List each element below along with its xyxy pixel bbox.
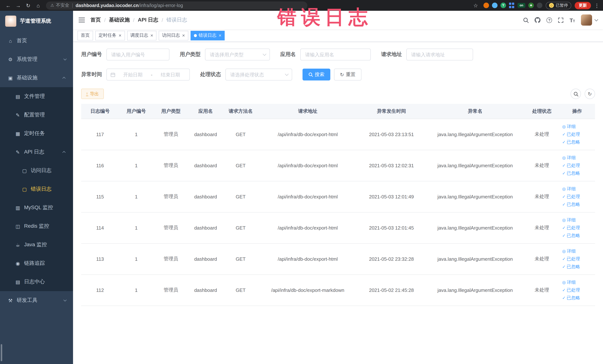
ext-on-badge-icon[interactable]: on xyxy=(518,3,525,8)
back-button[interactable]: ← xyxy=(4,1,13,10)
user-avatar[interactable] xyxy=(581,14,592,26)
breadcrumb-item[interactable]: API 日志 xyxy=(138,17,158,23)
tab-close-icon[interactable]: × xyxy=(150,33,153,38)
cell-status: 未处理 xyxy=(525,181,559,212)
action-mark-ignored[interactable]: ✓已忽略 xyxy=(562,294,593,302)
export-button[interactable]: ↑ 导出 xyxy=(81,89,104,99)
cell-id: 112 xyxy=(81,274,119,305)
fullscreen-icon[interactable] xyxy=(558,17,564,23)
action-mark-processed[interactable]: ✓已处理 xyxy=(562,255,593,263)
user-type-select[interactable] xyxy=(205,48,270,60)
sidebar-item-infrastructure[interactable]: ▣基础设施 xyxy=(0,69,73,87)
chevron-up-icon xyxy=(62,151,66,154)
sidebar-item-config-management[interactable]: ✎配置管理 xyxy=(0,106,73,124)
sidebar-item-java-monitor[interactable]: ☕Java 监控 xyxy=(0,235,73,254)
action-label: 已处理 xyxy=(567,286,580,294)
action-mark-processed[interactable]: ✓已处理 xyxy=(562,224,593,232)
ext-dark-pin-icon[interactable] xyxy=(537,3,542,8)
sidebar-item-access-log[interactable]: ▢访问日志 xyxy=(0,161,73,180)
table-tools: ↻ xyxy=(570,89,595,99)
ext-blue-grid-icon[interactable] xyxy=(509,3,515,8)
user-type-select-field[interactable] xyxy=(209,51,261,58)
action-mark-processed[interactable]: ✓已处理 xyxy=(562,193,593,200)
sidebar-item-api-logs[interactable]: ✎API 日志 xyxy=(0,143,73,161)
sidebar-item-home[interactable]: ⌂首页 xyxy=(0,32,73,50)
request-url-field[interactable] xyxy=(410,51,469,58)
action-mark-ignored[interactable]: ✓已忽略 xyxy=(562,138,593,146)
bookmark-star-icon[interactable]: ☆ xyxy=(471,1,480,10)
breadcrumb-item[interactable]: 基础设施 xyxy=(109,17,130,23)
chevron-up-icon xyxy=(62,77,66,80)
tab-home[interactable]: 首页 xyxy=(78,31,93,40)
refresh-icon: ↻ xyxy=(588,91,592,96)
refresh-table-button[interactable]: ↻ xyxy=(585,89,595,99)
action-detail[interactable]: ◎详细 xyxy=(562,154,593,162)
action-mark-ignored[interactable]: ✓已忽略 xyxy=(562,169,593,177)
sidebar-item-log-center[interactable]: ▤日志中心 xyxy=(0,273,73,291)
security-label[interactable]: 不安全 xyxy=(56,2,69,9)
action-mark-ignored[interactable]: ✓已忽略 xyxy=(562,200,593,208)
update-button[interactable]: 更新 xyxy=(575,2,591,9)
ext-green-y-icon[interactable]: Y xyxy=(500,3,506,8)
sidebar-item-redis-monitor[interactable]: ◫Redis 监控 xyxy=(0,217,73,235)
address-bar[interactable]: ⚠ 不安全 dashboard.yudao.iocoder.cn/infra/l… xyxy=(46,1,307,10)
exception-time-range-picker[interactable]: - xyxy=(106,69,190,81)
sidebar-item-mysql-monitor[interactable]: ▥MySQL 监控 xyxy=(0,199,73,217)
action-mark-processed[interactable]: ✓已处理 xyxy=(562,162,593,169)
tab-scheduled-tasks[interactable]: 定时任务× xyxy=(95,31,125,40)
reload-button[interactable]: ↻ xyxy=(24,1,33,10)
filter-process-status-label: 处理状态 xyxy=(200,71,221,78)
tab-close-icon[interactable]: × xyxy=(219,33,221,38)
action-mark-processed[interactable]: ✓已处理 xyxy=(562,130,593,138)
font-size-icon[interactable]: TT xyxy=(570,17,575,23)
process-status-select[interactable] xyxy=(225,69,292,81)
ext-blue-drop-icon[interactable] xyxy=(492,3,498,8)
app-name-field[interactable] xyxy=(304,51,367,58)
search-icon[interactable] xyxy=(523,17,529,23)
sidebar-item-error-log[interactable]: ▢错误日志 xyxy=(0,180,73,199)
action-detail[interactable]: ◎详细 xyxy=(562,185,593,193)
browser-menu-icon[interactable]: ⋮ xyxy=(594,2,600,8)
avatar-dropdown-icon[interactable] xyxy=(594,17,598,21)
toggle-search-button[interactable] xyxy=(570,89,581,99)
column-header: 应用名 xyxy=(188,104,223,119)
action-detail[interactable]: ◎详细 xyxy=(562,123,593,130)
search-button[interactable]: 搜索 xyxy=(302,69,330,81)
action-label: 详细 xyxy=(567,123,576,130)
action-detail[interactable]: ◎详细 xyxy=(562,247,593,255)
reset-button[interactable]: ↻ 重置 xyxy=(334,69,361,81)
tab-access-log[interactable]: 访问日志× xyxy=(159,31,188,40)
tab-close-icon[interactable]: × xyxy=(119,33,121,38)
action-detail[interactable]: ◎详细 xyxy=(562,278,593,286)
hamburger-icon[interactable] xyxy=(79,17,85,23)
github-icon[interactable] xyxy=(535,17,541,23)
breadcrumb-item[interactable]: 首页 xyxy=(91,17,101,23)
tab-close-icon[interactable]: × xyxy=(182,33,185,38)
forward-button[interactable]: → xyxy=(14,1,23,10)
ext-orange-ball-icon[interactable] xyxy=(483,3,489,8)
paused-badge[interactable]: ☺ 已暂停 xyxy=(546,2,571,9)
action-mark-ignored[interactable]: ✓已忽略 xyxy=(562,263,593,270)
chevron-down-icon xyxy=(63,57,67,60)
tab-error-log[interactable]: 错误日志× xyxy=(191,31,225,40)
home-button[interactable]: ⌂ xyxy=(34,1,43,10)
sidebar-item-system-management[interactable]: ⚙系统管理 xyxy=(0,50,73,69)
action-mark-ignored[interactable]: ✓已忽略 xyxy=(562,232,593,239)
sidebar-scrollbar-thumb[interactable] xyxy=(1,344,2,361)
app-logo: 芋道管理系统 xyxy=(0,11,73,32)
action-detail[interactable]: ◎详细 xyxy=(562,216,593,224)
sidebar-item-trace[interactable]: ◉链路追踪 xyxy=(0,254,73,273)
process-status-select-field[interactable] xyxy=(230,71,283,78)
action-label: 已忽略 xyxy=(567,169,580,177)
cell-time: 2021-05-02 21:45:28 xyxy=(357,274,426,305)
start-date-field[interactable] xyxy=(117,71,148,78)
sidebar-item-file-management[interactable]: ▤文件管理 xyxy=(0,87,73,106)
end-date-field[interactable] xyxy=(155,71,186,78)
sidebar-item-dev-tools[interactable]: ⚒研发工具 xyxy=(0,291,73,310)
action-mark-processed[interactable]: ✓已处理 xyxy=(562,286,593,294)
ext-green-tree-icon[interactable]: ♣ xyxy=(528,3,534,8)
user-id-field[interactable] xyxy=(110,51,165,58)
sidebar-item-scheduled-tasks[interactable]: ▦定时任务 xyxy=(0,124,73,143)
help-icon[interactable]: ? xyxy=(547,17,552,23)
tab-schedule-log[interactable]: 调度日志× xyxy=(127,31,156,40)
